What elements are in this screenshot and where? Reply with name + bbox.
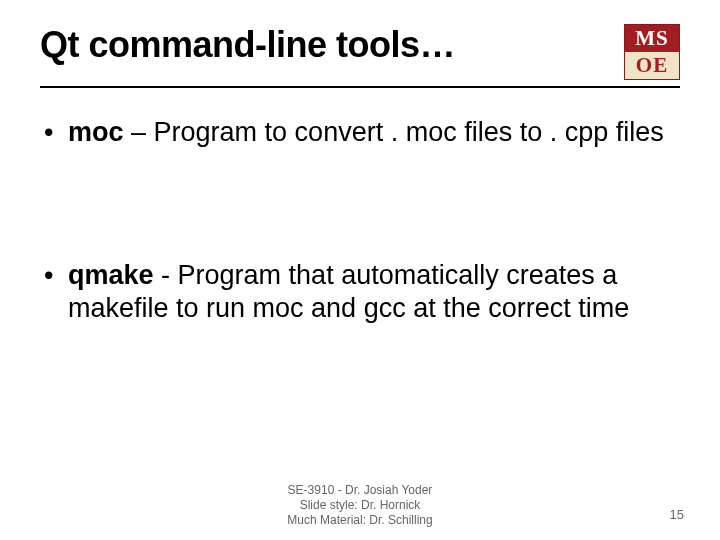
- footer-line-3: Much Material: Dr. Schilling: [0, 513, 720, 528]
- slide: Qt command-line tools… MS OE moc – Progr…: [0, 0, 720, 540]
- bullet-desc: Program to convert . moc files to . cpp …: [154, 117, 664, 147]
- msoe-logo: MS OE: [624, 24, 680, 80]
- slide-title: Qt command-line tools…: [40, 24, 455, 66]
- bullet-item: qmake - Program that automatically creat…: [40, 259, 680, 325]
- bullet-sep: -: [154, 260, 178, 290]
- bullet-list: moc – Program to convert . moc files to …: [40, 116, 680, 325]
- slide-content: moc – Program to convert . moc files to …: [40, 116, 680, 325]
- title-row: Qt command-line tools… MS OE: [40, 24, 680, 88]
- footer-line-1: SE-3910 - Dr. Josiah Yoder: [0, 483, 720, 498]
- msoe-logo-top: MS: [625, 25, 679, 52]
- bullet-sep: –: [124, 117, 154, 147]
- footer-line-2: Slide style: Dr. Hornick: [0, 498, 720, 513]
- bullet-term: moc: [68, 117, 124, 147]
- page-number: 15: [670, 507, 684, 522]
- msoe-logo-bottom-text: OE: [636, 53, 668, 78]
- msoe-logo-bottom: OE: [625, 52, 679, 79]
- footer-credits: SE-3910 - Dr. Josiah Yoder Slide style: …: [0, 483, 720, 528]
- bullet-term: qmake: [68, 260, 154, 290]
- msoe-logo-top-text: MS: [635, 26, 669, 51]
- bullet-item: moc – Program to convert . moc files to …: [40, 116, 680, 149]
